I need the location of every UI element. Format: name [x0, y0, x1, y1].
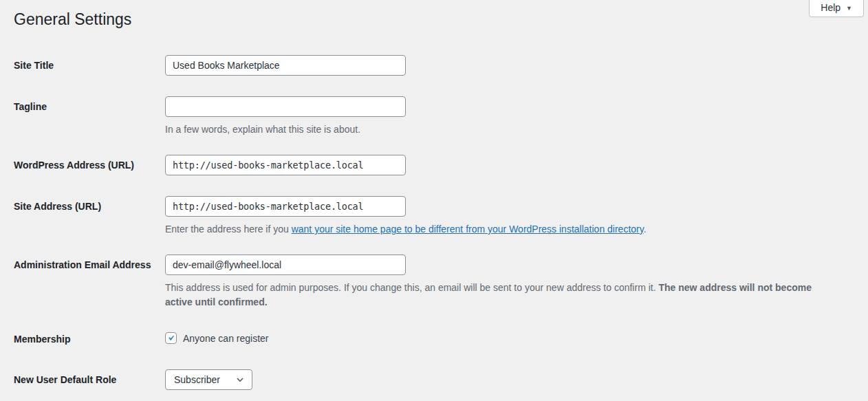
- wordpress-address-row: WordPress Address (URL): [14, 155, 854, 175]
- default-role-select[interactable]: Subscriber: [165, 369, 252, 390]
- admin-email-description: This address is used for admin purposes.…: [165, 281, 832, 310]
- site-title-row: Site Title: [14, 55, 854, 76]
- site-address-description-prefix: Enter the address here if you: [165, 224, 292, 235]
- admin-email-row: Administration Email Address This addres…: [14, 254, 854, 310]
- tagline-label: Tagline: [14, 96, 165, 113]
- admin-email-description-text: This address is used for admin purposes.…: [165, 282, 658, 293]
- chevron-down-icon: [235, 374, 246, 385]
- site-address-label: Site Address (URL): [14, 196, 165, 213]
- page-title: General Settings: [14, 10, 854, 30]
- wordpress-address-input[interactable]: [165, 155, 406, 175]
- membership-row: Membership Anyone can register: [14, 332, 854, 346]
- default-role-selected-value: Subscriber: [174, 374, 220, 385]
- default-role-row: New User Default Role Subscriber: [14, 369, 854, 390]
- site-address-row: Site Address (URL) Enter the address her…: [14, 196, 854, 237]
- site-address-input[interactable]: [165, 196, 406, 217]
- anyone-can-register-label: Anyone can register: [183, 333, 269, 344]
- home-page-different-link[interactable]: want your site home page to be different…: [292, 224, 644, 235]
- site-address-description-suffix: .: [644, 224, 647, 235]
- help-button[interactable]: Help ▼: [809, 0, 864, 17]
- site-title-input[interactable]: [165, 55, 406, 76]
- membership-label: Membership: [14, 332, 165, 345]
- tagline-description: In a few words, explain what this site i…: [165, 122, 832, 137]
- anyone-can-register-checkbox[interactable]: Anyone can register: [165, 332, 269, 344]
- checkmark-icon: [166, 333, 176, 343]
- admin-email-label: Administration Email Address: [14, 254, 165, 271]
- tagline-input[interactable]: [165, 96, 406, 117]
- help-button-label: Help: [821, 2, 840, 13]
- site-address-description: Enter the address here if you want your …: [165, 222, 832, 237]
- general-settings-page: General Settings Site Title Tagline In a…: [0, 10, 868, 390]
- caret-down-icon: ▼: [846, 4, 852, 12]
- wordpress-address-label: WordPress Address (URL): [14, 155, 165, 171]
- tagline-row: Tagline In a few words, explain what thi…: [14, 96, 854, 137]
- admin-email-input[interactable]: [165, 254, 406, 275]
- default-role-label: New User Default Role: [14, 369, 165, 386]
- site-title-label: Site Title: [14, 55, 165, 72]
- general-settings-form: Site Title Tagline In a few words, expla…: [14, 55, 854, 390]
- checkbox-icon[interactable]: [165, 332, 177, 344]
